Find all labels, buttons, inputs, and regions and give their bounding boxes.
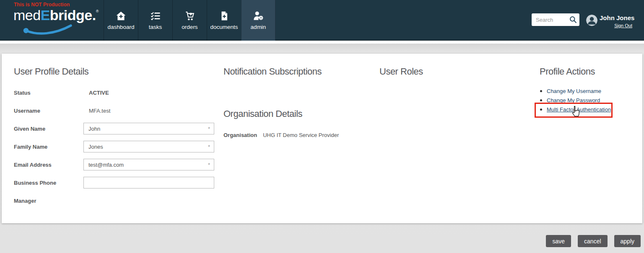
main-nav: dashboard tasks orders	[104, 0, 275, 41]
section-organisation-details: Organisation Details OrganisationUHG IT …	[223, 108, 374, 138]
section-title: User Profile Details	[14, 66, 214, 77]
organisation-value: UHG IT Demo Service Provider	[263, 132, 339, 138]
organisation-row: OrganisationUHG IT Demo Service Provider	[223, 132, 374, 138]
footer-buttons: save cancel apply	[546, 235, 641, 247]
field-label: Manager	[14, 198, 83, 204]
user-name: John Jones	[600, 14, 632, 21]
family-name-field[interactable]	[83, 141, 214, 152]
not-production-banner: This is NOT Production	[14, 2, 70, 8]
field-label: Business Phone	[14, 180, 83, 186]
home-plus-icon	[115, 11, 127, 21]
user-avatar-icon	[586, 15, 597, 26]
list-item: Change My Password	[547, 96, 630, 104]
field-row-status: Status ACTIVE	[14, 87, 214, 98]
search-box	[532, 13, 579, 26]
field-label: Email Address	[14, 162, 83, 168]
nav-label: documents	[210, 24, 238, 30]
list-item: Multi Factor Authentication	[547, 106, 630, 113]
logo-swoosh	[23, 24, 73, 35]
section-title: Organisation Details	[223, 108, 374, 119]
document-plus-icon	[219, 11, 229, 21]
section-notification-subscriptions: Notification Subscriptions	[223, 66, 362, 77]
user-gear-icon	[253, 11, 264, 21]
user-profile-form: Status ACTIVE Username MFA.test Given Na…	[14, 87, 214, 207]
field-row-email-address: Email Address *	[14, 159, 214, 170]
section-title: Notification Subscriptions	[223, 66, 362, 77]
apply-button[interactable]: apply	[614, 235, 641, 247]
cancel-button[interactable]: cancel	[578, 235, 607, 247]
change-username-link[interactable]: Change My Username	[547, 88, 601, 94]
nav-label: tasks	[149, 24, 162, 30]
username-value: MFA.test	[83, 108, 110, 114]
required-asterisk: *	[208, 144, 210, 150]
nav-tab-orders[interactable]: orders	[172, 0, 207, 41]
nav-label: orders	[182, 24, 197, 30]
multi-factor-authentication-link[interactable]: Multi Factor Authentication	[547, 106, 611, 113]
search-icon[interactable]	[569, 16, 577, 23]
field-row-family-name: Family Name *	[14, 141, 214, 152]
field-row-given-name: Given Name *	[14, 123, 214, 134]
nav-tab-documents[interactable]: documents	[207, 0, 241, 41]
user-block: John Jones Sign Out	[600, 14, 632, 29]
nav-label: dashboard	[108, 24, 135, 30]
email-field[interactable]	[83, 159, 214, 170]
nav-label: admin	[251, 24, 266, 30]
avatar[interactable]	[586, 15, 597, 26]
section-user-roles: User Roles	[379, 66, 463, 77]
top-navbar: This is NOT Production medEbridge.® dash…	[0, 0, 644, 41]
section-profile-actions: Profile Actions Change My Username Chang…	[540, 66, 630, 115]
required-asterisk: *	[208, 162, 210, 168]
profile-card: User Profile Details Status ACTIVE Usern…	[2, 54, 642, 223]
nav-tab-admin[interactable]: admin	[241, 0, 275, 41]
field-row-business-phone: Business Phone	[14, 177, 214, 188]
list-item: Change My Username	[547, 87, 630, 95]
logo-text-e: E	[41, 7, 50, 23]
field-row-username: Username MFA.test	[14, 105, 214, 116]
required-asterisk: *	[208, 126, 210, 132]
change-password-link[interactable]: Change My Password	[547, 97, 600, 103]
section-title: Profile Actions	[540, 66, 630, 77]
save-button[interactable]: save	[546, 235, 571, 247]
navbar-gap	[0, 41, 644, 44]
main-area: User Profile Details Status ACTIVE Usern…	[0, 44, 644, 253]
logo-text-bridge: bridge	[50, 7, 92, 23]
cart-plus-icon	[184, 11, 195, 21]
organisation-label: Organisation	[223, 132, 257, 138]
logo-text-med: med	[13, 7, 41, 23]
business-phone-field[interactable]	[83, 177, 214, 188]
logo-registered-mark: ®	[96, 9, 99, 13]
field-row-manager: Manager	[14, 195, 214, 207]
field-label: Status	[14, 90, 83, 96]
sign-out-link[interactable]: Sign Out	[614, 23, 632, 28]
field-label: Family Name	[14, 144, 83, 150]
logo-dot: .	[92, 7, 96, 23]
nav-tab-tasks[interactable]: tasks	[138, 0, 172, 41]
task-list-icon	[150, 11, 161, 21]
section-title: User Roles	[379, 66, 463, 77]
field-label: Given Name	[14, 126, 83, 132]
field-label: Username	[14, 108, 83, 114]
profile-actions-list: Change My Username Change My Password Mu…	[540, 87, 630, 113]
section-user-profile-details: User Profile Details Status ACTIVE Usern…	[14, 66, 214, 213]
medebridge-logo: medEbridge.®	[13, 7, 99, 23]
nav-tab-dashboard[interactable]: dashboard	[104, 0, 138, 41]
given-name-field[interactable]	[83, 123, 214, 134]
status-value: ACTIVE	[83, 90, 109, 96]
